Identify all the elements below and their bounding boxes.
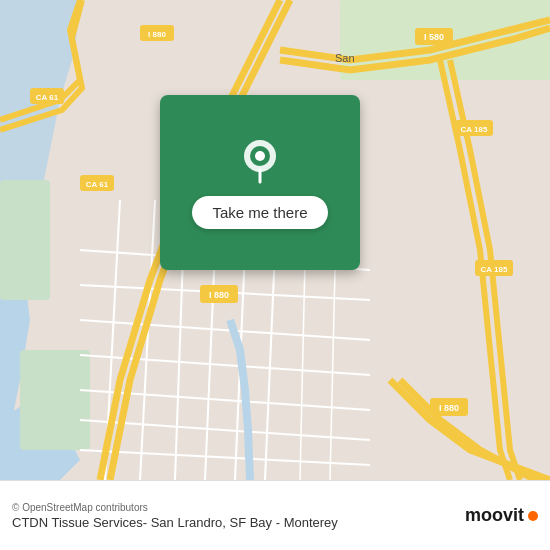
svg-text:I 880: I 880 (148, 30, 166, 39)
map-attribution: © OpenStreetMap contributors (12, 502, 338, 513)
svg-line-17 (80, 450, 370, 465)
svg-line-13 (80, 320, 370, 340)
take-me-there-button[interactable]: Take me there (192, 196, 327, 229)
moovit-logo: moovit (465, 505, 538, 526)
svg-text:CA 185: CA 185 (481, 265, 508, 274)
svg-text:CA 185: CA 185 (461, 125, 488, 134)
bottom-bar: © OpenStreetMap contributors CTDN Tissue… (0, 480, 550, 550)
svg-text:I 880: I 880 (209, 290, 229, 300)
location-card: Take me there (160, 95, 360, 270)
svg-text:San: San (335, 52, 355, 64)
location-pin-icon (236, 136, 284, 184)
svg-text:I 580: I 580 (424, 32, 444, 42)
svg-text:I 880: I 880 (439, 403, 459, 413)
moovit-logo-dot (528, 511, 538, 521)
svg-point-37 (255, 151, 265, 161)
bottom-left-info: © OpenStreetMap contributors CTDN Tissue… (12, 502, 338, 530)
svg-rect-1 (20, 350, 90, 450)
svg-text:CA 61: CA 61 (86, 180, 109, 189)
svg-rect-0 (0, 180, 50, 300)
svg-line-8 (265, 250, 275, 480)
svg-text:CA 61: CA 61 (36, 93, 59, 102)
map-container: I 880 I 880 CA 61 CA 61 I 880 I 580 CA 1… (0, 0, 550, 480)
moovit-logo-text: moovit (465, 505, 524, 526)
svg-line-10 (330, 270, 335, 480)
place-name-label: CTDN Tissue Services- San Lrandro, SF Ba… (12, 515, 338, 530)
